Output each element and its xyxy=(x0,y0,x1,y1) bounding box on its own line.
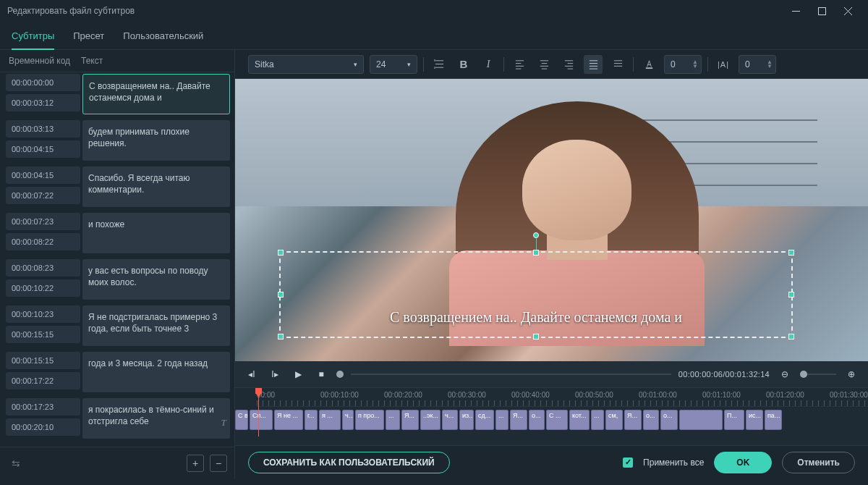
ok-button[interactable]: OK xyxy=(714,452,772,473)
stop-button[interactable]: ■ xyxy=(313,366,329,382)
timeline-clip[interactable]: я ... xyxy=(319,410,341,430)
resize-handle[interactable] xyxy=(278,334,284,340)
subtitle-entry[interactable]: 00:00:10:2300:00:15:15Я не подстригалась… xyxy=(0,304,233,350)
timeline-clip[interactable]: из... xyxy=(459,410,474,430)
play-button[interactable]: ▶ xyxy=(290,366,306,382)
subtitle-text[interactable]: у вас есть вопросы по поводу моих волос. xyxy=(82,259,230,300)
timeline-clip[interactable]: Я... xyxy=(401,410,419,430)
timeline-clip[interactable]: ..эк... xyxy=(420,410,441,430)
timeline-clip[interactable]: П... xyxy=(724,410,744,430)
char-spacing-icon[interactable]: |A| xyxy=(714,55,733,74)
zoom-slider[interactable] xyxy=(800,374,836,375)
timeline-clip[interactable]: Я... xyxy=(510,410,527,430)
add-subtitle-button[interactable]: + xyxy=(187,455,204,472)
timeline-clip[interactable]: ... xyxy=(591,410,604,430)
timecode-in[interactable]: 00:00:04:15 xyxy=(6,166,80,184)
timeline-clip[interactable]: о... xyxy=(660,410,678,430)
align-right-button[interactable] xyxy=(559,55,578,74)
timeline-clip[interactable]: ... xyxy=(386,410,400,430)
subtitle-entry[interactable]: 00:00:07:2300:00:08:22и похоже xyxy=(0,211,233,258)
timeline-clip[interactable]: па... xyxy=(765,410,782,430)
subtitle-entry[interactable]: 00:00:17:2300:00:20:10я покрасилась в тё… xyxy=(0,397,233,443)
timecode-out[interactable]: 00:00:08:22 xyxy=(6,233,80,250)
timecode-out[interactable]: 00:00:20:10 xyxy=(6,418,80,436)
apply-all-checkbox[interactable]: ✓ xyxy=(623,457,633,468)
resize-handle[interactable] xyxy=(788,334,794,340)
timecode-in[interactable]: 00:00:17:23 xyxy=(6,398,80,416)
timeline-clip[interactable]: г... xyxy=(305,410,318,430)
timecode-in[interactable]: 00:00:10:23 xyxy=(6,305,80,323)
timeline-clip[interactable]: Сп... xyxy=(250,410,273,430)
subtitle-entry[interactable]: 00:00:00:0000:00:03:12С возвращением на.… xyxy=(0,72,233,119)
progress-handle[interactable] xyxy=(336,371,344,378)
timeline-clip[interactable]: С в... xyxy=(235,410,248,430)
resize-handle[interactable] xyxy=(788,292,794,298)
timecode-out[interactable]: 00:00:07:22 xyxy=(6,187,80,204)
timeline-clip[interactable]: Я не ... xyxy=(274,410,303,430)
save-custom-button[interactable]: СОХРАНИТЬ КАК ПОЛЬЗОВАТЕЛЬСКИЙ xyxy=(248,452,450,473)
resize-handle[interactable] xyxy=(788,250,794,256)
timeline-clip[interactable]: о... xyxy=(643,410,659,430)
subtitle-text[interactable]: и похоже xyxy=(82,213,230,253)
subtitle-text[interactable]: Спасибо. Я всегда читаю комментарии. xyxy=(82,166,230,207)
bold-button[interactable]: B xyxy=(454,55,473,74)
resize-handle[interactable] xyxy=(533,250,539,256)
timecode-out[interactable]: 00:00:17:22 xyxy=(6,372,80,389)
tab-subtitles[interactable]: Субтитры xyxy=(12,26,54,50)
progress-bar[interactable] xyxy=(351,374,671,375)
timeline-clip[interactable]: кот... xyxy=(569,410,590,430)
subtitle-list[interactable]: 00:00:00:0000:00:03:12С возвращением на.… xyxy=(0,72,234,447)
subtitle-text[interactable]: года и 3 месяца. 2 года назад xyxy=(82,352,230,392)
timecode-in[interactable]: 00:00:07:23 xyxy=(6,213,80,230)
align-justify-button[interactable] xyxy=(584,55,603,74)
playhead[interactable] xyxy=(258,388,259,436)
timeline-clip[interactable]: сд... xyxy=(475,410,494,430)
align-distribute-button[interactable] xyxy=(608,55,627,74)
maximize-button[interactable] xyxy=(809,1,835,21)
text-color-button[interactable] xyxy=(639,55,658,74)
resize-handle[interactable] xyxy=(278,250,284,256)
minimize-button[interactable] xyxy=(783,1,809,21)
timeline-clip[interactable]: см, xyxy=(605,410,623,430)
video-preview[interactable]: С возвращением на.. Давайте останемся до… xyxy=(235,79,868,361)
timecode-out[interactable]: 00:00:03:12 xyxy=(6,94,80,111)
cancel-button[interactable]: Отменить xyxy=(782,452,855,473)
timecode-out[interactable]: 00:00:04:15 xyxy=(6,140,80,158)
resize-handle[interactable] xyxy=(278,292,284,298)
tab-custom[interactable]: Пользовательский xyxy=(123,26,203,49)
align-center-button[interactable] xyxy=(535,55,553,74)
subtitle-entry[interactable]: 00:00:03:1300:00:04:15будем принимать пл… xyxy=(0,119,233,165)
subtitle-bounding-box[interactable]: С возвращением на.. Давайте останемся до… xyxy=(279,251,793,338)
timeline-clip[interactable]: ч... xyxy=(442,410,458,430)
timeline-clip[interactable]: ис... xyxy=(746,410,763,430)
timecode-out[interactable]: 00:00:15:15 xyxy=(6,326,80,343)
timecode-in[interactable]: 00:00:08:23 xyxy=(6,259,80,277)
timeline-clip[interactable]: С ... xyxy=(546,410,568,430)
resize-handle[interactable] xyxy=(533,334,539,340)
subtitle-text[interactable]: я покрасилась в тёмно-синий и отстригла … xyxy=(82,398,230,439)
timeline-clip[interactable]: ч... xyxy=(342,410,354,430)
subtitle-entry[interactable]: 00:00:15:1500:00:17:22года и 3 месяца. 2… xyxy=(0,350,233,397)
subtitle-text[interactable]: будем принимать плохие решения. xyxy=(82,120,230,161)
timeline-clip[interactable]: о... xyxy=(529,410,545,430)
subtitle-entry[interactable]: 00:00:08:2300:00:10:22у вас есть вопросы… xyxy=(0,258,233,304)
tab-preset[interactable]: Пресет xyxy=(73,26,104,49)
timeline-clip[interactable] xyxy=(679,410,723,430)
timeline[interactable]: T 00:0000:00:10:0000:00:20:0000:00:30:00… xyxy=(235,387,868,445)
zoom-out-button[interactable]: ⊖ xyxy=(777,366,793,382)
close-button[interactable] xyxy=(835,1,861,21)
time-ruler[interactable]: 00:0000:00:10:0000:00:20:0000:00:30:0000… xyxy=(257,388,868,407)
timeline-clip[interactable]: п про... xyxy=(355,410,384,430)
link-icon[interactable]: ⇆ xyxy=(7,455,25,472)
char-spacing-input[interactable]: 0▲▼ xyxy=(739,55,776,74)
timecode-in[interactable]: 00:00:00:00 xyxy=(6,74,80,91)
timeline-clip[interactable]: ... xyxy=(495,410,509,430)
line-height-icon[interactable] xyxy=(430,55,448,74)
next-frame-button[interactable]: I▸ xyxy=(267,366,283,382)
rotate-handle[interactable] xyxy=(533,232,539,238)
timecode-in[interactable]: 00:00:03:13 xyxy=(6,120,80,138)
subtitle-text[interactable]: Я не подстригалась примерно 3 года, если… xyxy=(82,305,230,346)
timecode-in[interactable]: 00:00:15:15 xyxy=(6,352,80,369)
spacing-input[interactable]: 0▲▼ xyxy=(664,55,702,74)
font-select[interactable]: Sitka▾ xyxy=(248,55,364,74)
